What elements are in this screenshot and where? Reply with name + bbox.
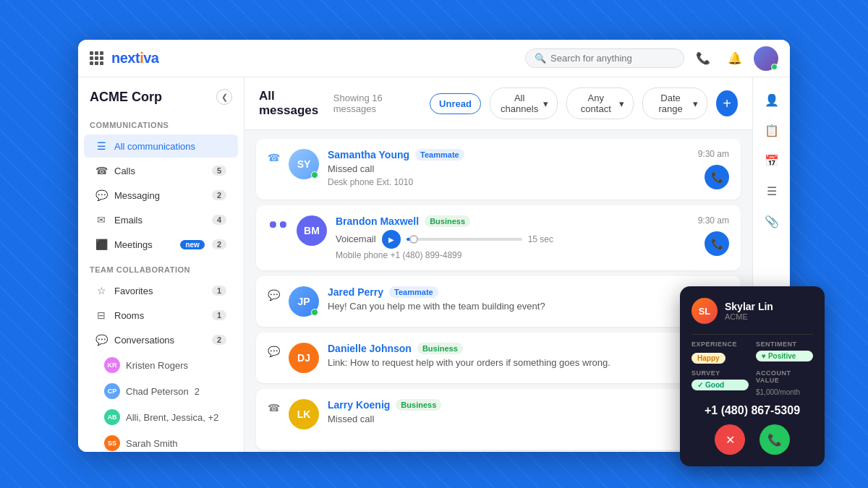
messages-list: ☎ SY Samantha Young Teammate Missed call… <box>244 130 752 452</box>
sidebar-item-calls[interactable]: ☎ Calls 5 <box>84 159 238 182</box>
message-body: Voicemail <box>336 233 376 246</box>
favorites-badge: 1 <box>212 286 226 296</box>
conversation-kristen[interactable]: KR Kristen Rogers <box>84 353 238 377</box>
chat-indicator-icon: 💬 <box>268 288 280 301</box>
meetings-count-badge: 2 <box>212 239 226 249</box>
messaging-icon: 💬 <box>95 189 107 201</box>
accept-call-btn[interactable]: 📞 <box>760 424 790 455</box>
sender-name: Jared Perry <box>328 286 383 298</box>
tasks-icon-btn[interactable]: 📋 <box>758 116 786 144</box>
chat-indicator-icon: 💬 <box>268 344 280 357</box>
message-sub: Desk phone Ext. 1010 <box>328 177 689 187</box>
sidebar-item-label: Calls <box>114 166 205 176</box>
collapse-btn[interactable]: ❮ <box>216 89 232 105</box>
check-icon: ✓ <box>697 381 703 389</box>
date-label: Date range <box>652 93 689 114</box>
top-nav: nextiva 🔍 📞 🔔 <box>78 40 790 77</box>
sidebar-item-rooms[interactable]: ⊟ Rooms 1 <box>84 304 238 327</box>
popup-survey-row: SURVEY ✓ Good ACCOUNT VALUE $1,000/month <box>692 369 813 397</box>
sender-tag: Business <box>417 343 463 354</box>
sender-name: Brandon Maxwell <box>336 215 419 227</box>
message-time: 9:30 am <box>698 149 729 159</box>
message-card[interactable]: 💬 JP Jared Perry Teammate Hey! Can you h… <box>256 276 741 327</box>
user-avatar[interactable] <box>754 46 778 71</box>
meetings-new-badge: new <box>180 240 204 249</box>
avatar: JP <box>289 286 319 317</box>
list-icon-btn[interactable]: ☰ <box>758 177 786 205</box>
sidebar-item-label: Messaging <box>114 190 205 201</box>
attachment-icon-btn[interactable]: 📎 <box>758 207 786 235</box>
survey-col: SURVEY ✓ Good <box>692 369 749 397</box>
call-button[interactable]: 📞 <box>705 165 729 189</box>
unread-filter-btn[interactable]: Unread <box>430 93 481 114</box>
phone-icon-btn[interactable]: 📞 <box>690 46 716 72</box>
survey-label: SURVEY <box>692 369 749 377</box>
sidebar-item-label: All communications <box>114 141 226 152</box>
search-icon: 🔍 <box>535 53 546 64</box>
bell-icon-btn[interactable]: 🔔 <box>722 46 748 72</box>
experience-value: Happy <box>692 353 726 364</box>
conversation-chad[interactable]: CP Chad Peterson 2 <box>84 379 238 403</box>
progress-bar[interactable] <box>407 238 522 241</box>
message-content: Brandon Maxwell Business Voicemail ▶ 15 … <box>336 215 689 260</box>
online-status-dot <box>311 309 318 316</box>
sender-name: Samantha Young <box>328 149 409 160</box>
sidebar-item-messaging[interactable]: 💬 Messaging 2 <box>84 184 238 207</box>
avatar: SS <box>104 435 120 451</box>
contact-filter-btn[interactable]: Any contact ▾ <box>566 87 634 119</box>
message-card[interactable]: ☎ LK Larry Koenig Business Missed call 9… <box>256 389 741 450</box>
rooms-icon: ⊟ <box>95 309 107 321</box>
chevron-down-icon: ▾ <box>619 98 624 109</box>
conversation-label: Kristen Rogers <box>126 360 188 371</box>
rooms-badge: 1 <box>212 310 226 320</box>
message-content: Samantha Young Teammate Missed call Desk… <box>328 149 689 187</box>
unread-label: Unread <box>439 98 472 109</box>
logo: nextiva <box>111 50 158 67</box>
contacts-icon-btn[interactable]: 👤 <box>758 86 786 114</box>
popup-phone-number: +1 (480) 867-5309 <box>692 404 813 417</box>
sidebar-item-emails[interactable]: ✉ Emails 4 <box>84 208 238 231</box>
play-button[interactable]: ▶ <box>382 230 401 249</box>
chevron-down-icon: ▾ <box>693 98 698 109</box>
chevron-down-icon: ▾ <box>543 98 548 109</box>
sentiment-col: SENTIMENT ♥ Positive <box>756 341 813 364</box>
message-card[interactable]: 💬 DJ Danielle Johnson Business Link: How… <box>256 333 741 383</box>
search-input[interactable] <box>550 53 675 64</box>
account-label: ACCOUNT VALUE <box>756 369 813 384</box>
conversation-label: Alli, Brent, Jessica, +2 <box>126 412 218 423</box>
add-btn[interactable]: + <box>716 90 738 116</box>
avatar: LK <box>289 399 319 429</box>
conversation-group[interactable]: AB Alli, Brent, Jessica, +2 <box>84 405 238 429</box>
message-content: Larry Koenig Business Missed call <box>328 399 689 426</box>
avatar: SY <box>289 149 319 179</box>
message-card[interactable]: ☎ SY Samantha Young Teammate Missed call… <box>256 139 741 200</box>
message-body: Hey! Can you help me with the team build… <box>328 300 720 313</box>
sidebar-item-favorites[interactable]: ☆ Favorites 1 <box>84 279 238 302</box>
sidebar-item-label: Emails <box>114 215 205 226</box>
contact-label: Any contact <box>576 93 616 114</box>
sidebar: ACME Corp ❮ Communications ☰ All communi… <box>78 77 244 452</box>
conversation-sarah[interactable]: SS Sarah Smith <box>84 431 238 452</box>
online-status-dot <box>311 171 318 179</box>
popup-avatar: SL <box>692 298 718 324</box>
avatar: BM <box>297 215 327 246</box>
call-button[interactable]: 📞 <box>705 231 729 256</box>
sender-name: Larry Koenig <box>328 399 390 411</box>
channels-filter-btn[interactable]: All channels ▾ <box>490 87 558 119</box>
meetings-icon: ⬛ <box>95 239 107 250</box>
sidebar-item-label: Rooms <box>114 310 205 321</box>
calendar-icon-btn[interactable]: 📅 <box>758 147 786 174</box>
sidebar-item-conversations[interactable]: 💬 Conversations 2 <box>84 328 238 351</box>
message-content: Jared Perry Teammate Hey! Can you help m… <box>328 286 720 313</box>
search-bar[interactable]: 🔍 <box>525 48 684 68</box>
message-card[interactable]: ⏺⏺ BM Brandon Maxwell Business Voicemail… <box>256 205 741 270</box>
decline-call-btn[interactable]: ✕ <box>715 424 745 455</box>
sidebar-item-meetings[interactable]: ⬛ Meetings new 2 <box>84 233 238 256</box>
conversation-label: Sarah Smith <box>126 438 178 449</box>
date-filter-btn[interactable]: Date range ▾ <box>642 87 707 119</box>
grid-icon[interactable] <box>90 51 104 66</box>
sidebar-item-all-communications[interactable]: ☰ All communications <box>84 134 238 158</box>
messages-header: All messages Showing 16 messages Unread … <box>244 77 752 130</box>
message-body: Link: How to request help with your orde… <box>328 356 720 369</box>
avatar: AB <box>104 409 120 425</box>
